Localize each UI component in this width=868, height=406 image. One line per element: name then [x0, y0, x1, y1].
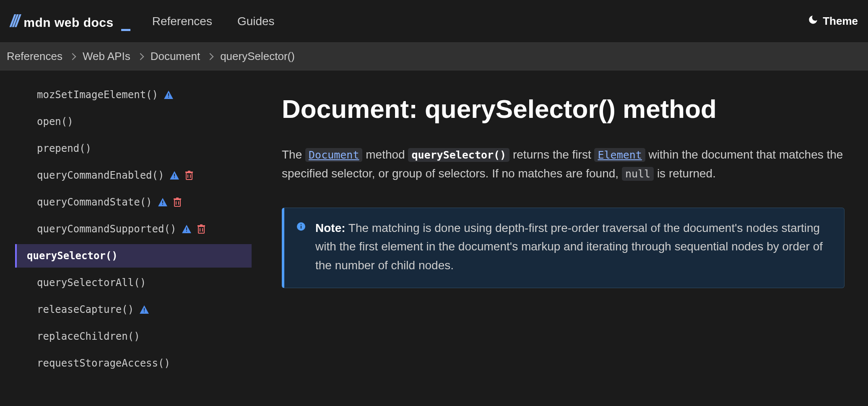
warning-icon — [170, 171, 179, 180]
page-title: Document: querySelector() method — [282, 94, 845, 124]
sidebar-item[interactable]: queryCommandSupported() — [15, 217, 252, 241]
sidebar-item-label: requestStorageAccess() — [37, 357, 170, 369]
trash-icon — [197, 224, 205, 234]
note-text: The matching is done using depth-first p… — [315, 221, 823, 272]
note-callout: Note: The matching is done using depth-f… — [282, 208, 845, 288]
nav-guides[interactable]: Guides — [237, 15, 275, 28]
code-null: null — [622, 167, 654, 181]
chevron-right-icon — [69, 53, 76, 60]
sidebar-item[interactable]: prepend() — [15, 137, 252, 160]
text: returns the first — [509, 148, 594, 161]
svg-rect-11 — [174, 200, 180, 206]
link-document[interactable]: Document — [305, 148, 362, 162]
link-element[interactable]: Element — [594, 148, 645, 162]
svg-rect-2 — [174, 174, 175, 176]
sidebar-item-label: queryCommandEnabled() — [37, 169, 164, 181]
sidebar-item-label: queryCommandSupported() — [37, 223, 176, 235]
theme-label: Theme — [823, 15, 858, 28]
moon-icon — [808, 14, 819, 28]
breadcrumb-item[interactable]: Web APIs — [83, 50, 130, 63]
sidebar-item-label: open() — [37, 116, 73, 128]
warning-icon — [158, 198, 167, 206]
svg-rect-9 — [162, 200, 163, 203]
svg-rect-23 — [144, 308, 145, 310]
chevron-right-icon — [137, 53, 144, 60]
svg-rect-6 — [188, 171, 190, 172]
trash-icon — [185, 171, 193, 180]
svg-rect-20 — [200, 224, 203, 225]
svg-rect-19 — [198, 225, 205, 226]
intro-paragraph: The Document method querySelector() retu… — [282, 146, 844, 183]
sidebar-item[interactable]: querySelectorAll() — [15, 271, 252, 294]
trash-icon — [173, 198, 182, 207]
svg-rect-24 — [144, 312, 145, 312]
top-nav: /// mdn web docs References Guides Theme — [0, 0, 868, 43]
sidebar-item-label: mozSetImageElement() — [37, 89, 158, 101]
svg-rect-26 — [301, 226, 301, 229]
svg-rect-18 — [198, 226, 204, 233]
sidebar-item-label: queryCommandState() — [37, 196, 152, 208]
svg-rect-27 — [301, 224, 301, 225]
breadcrumb-item[interactable]: querySelector() — [220, 50, 295, 63]
sidebar-item-label: replaceChildren() — [37, 331, 140, 342]
sidebar-item-label: prepend() — [37, 143, 91, 154]
note-body: Note: The matching is done using depth-f… — [315, 219, 829, 275]
theme-toggle[interactable]: Theme — [808, 14, 858, 28]
warning-icon — [140, 305, 149, 314]
warning-icon — [182, 225, 191, 233]
breadcrumb-item[interactable]: References — [7, 50, 62, 63]
svg-rect-13 — [176, 198, 179, 198]
sidebar-item-label: releaseCapture() — [37, 304, 134, 315]
svg-rect-5 — [185, 172, 193, 173]
svg-rect-3 — [174, 177, 175, 178]
svg-rect-16 — [186, 227, 187, 230]
nav-references[interactable]: References — [152, 15, 212, 28]
warning-icon — [164, 91, 173, 99]
sidebar-item[interactable]: open() — [15, 110, 252, 133]
logo[interactable]: /// mdn web docs — [10, 13, 130, 30]
breadcrumb: References Web APIs Document querySelect… — [0, 43, 868, 70]
sidebar-item-label: querySelector() — [27, 250, 118, 262]
sidebar-item[interactable]: queryCommandState() — [15, 190, 252, 214]
breadcrumb-item[interactable]: Document — [151, 50, 200, 63]
text: is returned. — [654, 167, 716, 180]
note-label: Note: — [315, 221, 346, 234]
svg-rect-12 — [174, 198, 181, 200]
sidebar-item[interactable]: queryCommandEnabled() — [15, 164, 252, 187]
sidebar-item[interactable]: querySelector() — [15, 244, 252, 268]
sidebar-item[interactable]: releaseCapture() — [15, 298, 252, 321]
svg-rect-0 — [168, 93, 169, 96]
svg-rect-1 — [168, 97, 169, 98]
info-icon — [296, 221, 306, 275]
article: Document: querySelector() method The Doc… — [252, 70, 868, 406]
text: The — [282, 148, 305, 161]
svg-rect-10 — [162, 204, 163, 205]
cursor-icon — [121, 29, 130, 31]
svg-rect-17 — [186, 231, 187, 232]
sidebar-item-label: querySelectorAll() — [37, 277, 146, 289]
logo-text: mdn web docs — [23, 16, 113, 30]
sidebar-item[interactable]: requestStorageAccess() — [15, 351, 252, 375]
sidebar-item[interactable]: replaceChildren() — [15, 325, 252, 348]
chevron-right-icon — [207, 53, 214, 60]
logo-icon: /// — [10, 13, 18, 29]
text: method — [362, 148, 408, 161]
sidebar: mozSetImageElement()open()prepend()query… — [0, 70, 252, 406]
code-queryselector: querySelector() — [408, 148, 509, 162]
primary-nav: References Guides — [152, 15, 275, 28]
svg-rect-4 — [186, 173, 192, 180]
sidebar-item[interactable]: mozSetImageElement() — [15, 83, 252, 107]
